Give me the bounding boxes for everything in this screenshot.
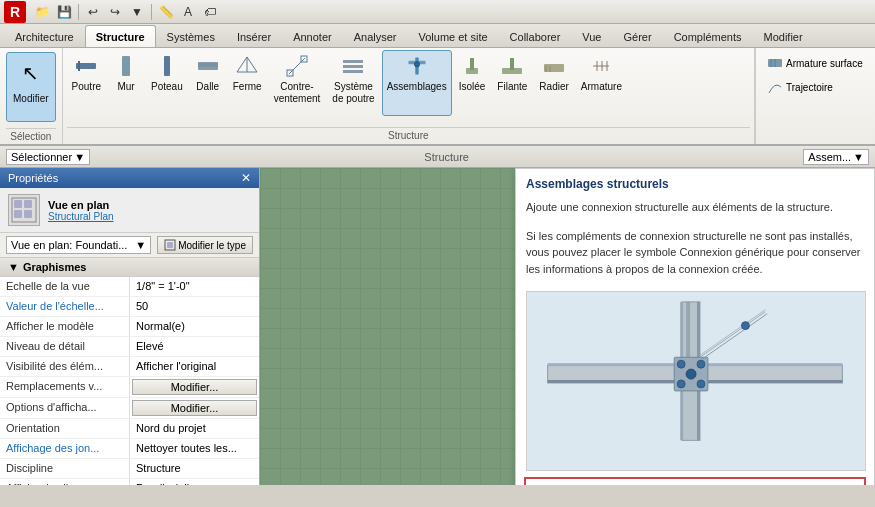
modifier-label: Modifier <box>13 93 49 105</box>
prop-value-echelle-vue[interactable]: 1/8" = 1'-0" <box>130 277 259 296</box>
qa-save-button[interactable]: 💾 <box>54 2 74 22</box>
tab-analyser[interactable]: Analyser <box>343 25 408 47</box>
prop-label-options: Options d'afficha... <box>0 398 130 418</box>
panel-controls: Vue en plan: Foundati... ▼ Modifier le t… <box>0 233 259 258</box>
assemblages-label: Assemblages <box>387 81 447 93</box>
tab-structure[interactable]: Structure <box>85 25 156 47</box>
tab-inserer[interactable]: Insérer <box>226 25 282 47</box>
qa-open-button[interactable]: 📁 <box>32 2 52 22</box>
prop-value-orientation[interactable]: Nord du projet <box>130 419 259 438</box>
prop-label-echelle-vue: Echelle de la vue <box>0 277 130 296</box>
prop-value-afficher-modele[interactable]: Normal(e) <box>130 317 259 336</box>
properties-table: ▼ Graphismes Echelle de la vue 1/8" = 1'… <box>0 258 259 485</box>
prop-label-orientation: Orientation <box>0 419 130 438</box>
tooltip-image <box>526 291 866 471</box>
contreventement-icon <box>285 54 309 78</box>
panel-view-info: Vue en plan Structural Plan <box>48 199 114 222</box>
assem-dropdown[interactable]: Assem... ▼ <box>803 149 869 165</box>
svg-rect-2 <box>122 56 130 76</box>
filante-label: Filante <box>497 81 527 93</box>
revit-r-button[interactable]: R <box>4 1 26 23</box>
prop-value-niveau-detail[interactable]: Elevé <box>130 337 259 356</box>
table-row: Afficher le modèle Normal(e) <box>0 317 259 337</box>
prop-value-afficher-lignes[interactable]: Par discipline <box>130 479 259 485</box>
trajectoire-button[interactable]: Trajectoire <box>762 76 869 98</box>
assemblages-button[interactable]: Assemblages <box>382 50 452 116</box>
tooltip-footer[interactable]: Appuyez sur F1 pour obtenir de l'aide <box>524 477 866 485</box>
svg-point-60 <box>741 322 749 330</box>
qa-text-button[interactable]: A <box>178 2 198 22</box>
mur-button[interactable]: Mur <box>108 50 144 116</box>
tab-systemes[interactable]: Systèmes <box>156 25 226 47</box>
table-row: Valeur de l'échelle... 50 <box>0 297 259 317</box>
systeme-poutre-label: Systèmede poutre <box>332 81 374 105</box>
select-dropdown[interactable]: Sélectionner ▼ <box>6 149 90 165</box>
qa-separator-2 <box>151 4 152 20</box>
graphismes-header[interactable]: ▼ Graphismes <box>0 258 259 277</box>
contreventement-button[interactable]: Contre-ventement <box>269 50 326 116</box>
prop-value-valeur-echelle[interactable]: 50 <box>130 297 259 316</box>
svg-rect-38 <box>167 242 173 248</box>
qa-tag-button[interactable]: 🏷 <box>200 2 220 22</box>
ribbon-panel: ↖ Modifier Sélection Poutre Mur <box>0 48 875 146</box>
filante-button[interactable]: Filante <box>492 50 532 116</box>
svg-rect-46 <box>704 363 842 366</box>
properties-panel: Propriétés ✕ Vue en plan Structural Plan <box>0 168 260 485</box>
armature-button[interactable]: Armature <box>576 50 627 116</box>
svg-rect-3 <box>164 56 170 76</box>
qa-redo-button[interactable]: ↪ <box>105 2 125 22</box>
poutre-button[interactable]: Poutre <box>67 50 106 116</box>
dalle-button[interactable]: Dalle <box>190 50 226 116</box>
dalle-icon <box>196 54 220 78</box>
tab-complements[interactable]: Compléments <box>663 25 753 47</box>
tab-vue[interactable]: Vue <box>571 25 612 47</box>
radier-label: Radier <box>539 81 568 93</box>
modifier-icon: ↖ <box>15 57 47 89</box>
systeme-poutre-button[interactable]: Systèmede poutre <box>327 50 379 116</box>
svg-rect-21 <box>510 58 514 70</box>
prop-value-visibilite[interactable]: Afficher l'original <box>130 357 259 376</box>
armature-surface-label: Armature surface <box>786 58 863 69</box>
prop-value-discipline[interactable]: Structure <box>130 459 259 478</box>
armature-surface-button[interactable]: Armature surface <box>762 52 869 74</box>
modifier-button[interactable]: ↖ Modifier <box>6 52 56 122</box>
tab-architecture[interactable]: Architecture <box>4 25 85 47</box>
poteau-button[interactable]: Poteau <box>146 50 188 116</box>
table-row: Niveau de détail Elevé <box>0 337 259 357</box>
prop-value-options[interactable]: Modifier... <box>132 400 257 416</box>
isolee-button[interactable]: Isolée <box>454 50 491 116</box>
ribbon-group-structure: Poutre Mur Poteau Dalle <box>63 48 755 144</box>
modify-type-button[interactable]: Modifier le type <box>157 236 253 254</box>
tab-volume-site[interactable]: Volume et site <box>407 25 498 47</box>
canvas-area[interactable]: Assemblages structurels Ajoute une conne… <box>260 168 875 485</box>
ribbon-group-selection: ↖ Modifier Sélection <box>0 48 63 144</box>
collapse-icon: ▼ <box>8 261 19 273</box>
structure-group-label: Structure <box>67 127 750 142</box>
table-row: Affichage des jon... Nettoyer toutes les… <box>0 439 259 459</box>
tab-annoter[interactable]: Annoter <box>282 25 343 47</box>
qa-more-button[interactable]: ▼ <box>127 2 147 22</box>
prop-label-valeur-echelle: Valeur de l'échelle... <box>0 297 130 316</box>
tab-modifier[interactable]: Modifier <box>752 25 813 47</box>
armature-icon <box>589 54 613 78</box>
ribbon-right-group: Armature surface Trajectoire <box>755 48 875 144</box>
prop-label-afficher-modele: Afficher le modèle <box>0 317 130 336</box>
view-plan-select[interactable]: Vue en plan: Foundati... ▼ <box>6 236 151 254</box>
status-bar-top: Sélectionner ▼ Structure Assem... ▼ <box>0 146 875 168</box>
tooltip-description-1: Ajoute une connexion structurelle aux él… <box>516 195 874 224</box>
qa-undo-button[interactable]: ↩ <box>83 2 103 22</box>
structural-plan-link[interactable]: Structural Plan <box>48 211 114 222</box>
prop-value-affichage-jon[interactable]: Nettoyer toutes les... <box>130 439 259 458</box>
prop-value-remplacements[interactable]: Modifier... <box>132 379 257 395</box>
panel-close-button[interactable]: ✕ <box>241 171 251 185</box>
table-row: Orientation Nord du projet <box>0 419 259 439</box>
table-row: Remplacements v... Modifier... <box>0 377 259 398</box>
radier-button[interactable]: Radier <box>534 50 573 116</box>
qa-measure-button[interactable]: 📏 <box>156 2 176 22</box>
tab-gerer[interactable]: Gérer <box>613 25 663 47</box>
ferme-button[interactable]: Ferme <box>228 50 267 116</box>
main-area: Propriétés ✕ Vue en plan Structural Plan <box>0 168 875 485</box>
tab-collaborer[interactable]: Collaborer <box>499 25 572 47</box>
radier-icon <box>542 54 566 78</box>
table-row: Visibilité des élém... Afficher l'origin… <box>0 357 259 377</box>
